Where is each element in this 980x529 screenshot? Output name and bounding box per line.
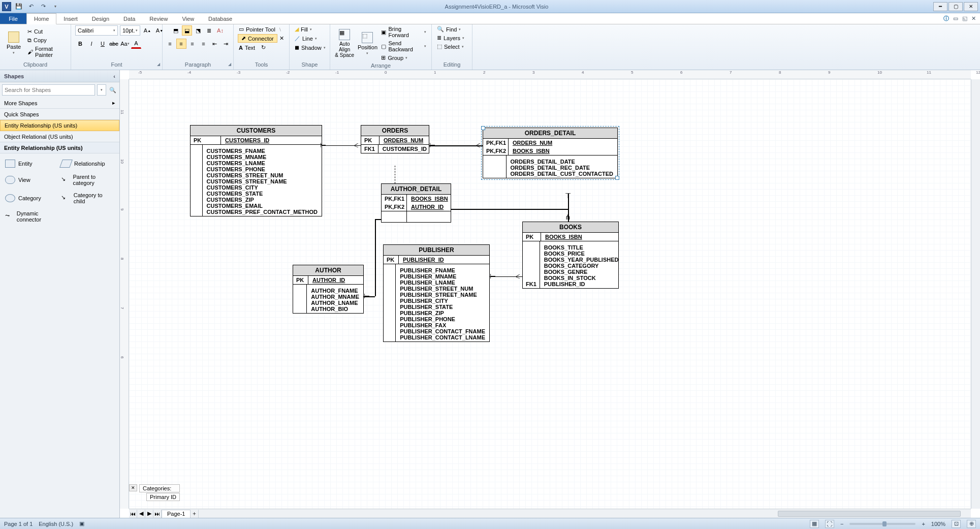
position-button[interactable]: ⬚Position▾	[358, 32, 377, 55]
page-last-button[interactable]: ⏭	[153, 510, 162, 518]
justify-icon[interactable]: ≡	[199, 39, 209, 49]
align-right-icon[interactable]: ≡	[187, 39, 198, 49]
entity-publisher[interactable]: PUBLISHER PKPUBLISHER_ID PUBLISHER_FNAME…	[383, 244, 490, 342]
autoalign-button[interactable]: ▦Auto Align & Space	[334, 29, 355, 58]
rotate-icon[interactable]: ↻	[261, 44, 266, 51]
shapes-search-input[interactable]	[2, 84, 95, 96]
pan-zoom-icon[interactable]: ⊕	[967, 520, 976, 528]
align-left-icon[interactable]: ≡	[165, 39, 175, 49]
fill-button[interactable]: ◢Fill▾	[294, 25, 313, 33]
page-next-button[interactable]: ▶	[145, 510, 153, 518]
entity-author-detail[interactable]: AUTHOR_DETAIL PK,FK1BOOKS_ISBN PK,FK2AUT…	[381, 183, 451, 223]
redo-icon[interactable]: ↷	[39, 2, 48, 11]
page-prev-button[interactable]: ◀	[137, 510, 145, 518]
cut-button[interactable]: ✂Cut	[26, 28, 67, 36]
tab-home[interactable]: Home	[26, 13, 56, 24]
shapes-search-dropdown[interactable]: ▾	[97, 84, 106, 96]
tab-database[interactable]: Database	[201, 13, 239, 24]
align-center-icon[interactable]: ≡	[176, 39, 186, 49]
paragraph-dialog-icon[interactable]: ◢	[228, 62, 231, 67]
line-button[interactable]: ／Line▾	[294, 34, 318, 43]
layers-button[interactable]: ≣Layers▾	[436, 34, 465, 42]
font-color-icon[interactable]: A	[131, 39, 141, 49]
align-bottom-icon[interactable]: ⬔	[193, 25, 203, 36]
increase-indent-icon[interactable]: ⇥	[221, 39, 231, 49]
shapes-collapse-icon[interactable]: ‹	[113, 73, 115, 79]
stencil-object-relational[interactable]: Object Relational (US units)	[0, 131, 119, 142]
case-icon[interactable]: Aa▾	[120, 39, 130, 49]
connector-close-icon[interactable]: ✕	[279, 35, 284, 42]
rel-orders-authordetail[interactable]	[395, 166, 395, 183]
stencil-entity-relationship[interactable]: Entity Relationship (US units)	[0, 120, 119, 131]
zoom-out-button[interactable]: −	[840, 521, 843, 527]
shape-dynamic-connector[interactable]: ⤳Dynamic connector	[3, 207, 59, 226]
ribbon-restore-icon[interactable]: ◱	[962, 15, 967, 22]
shape-category-child[interactable]: ↘Category to child	[59, 189, 115, 207]
font-dialog-icon[interactable]: ◢	[157, 62, 160, 67]
save-icon[interactable]: 💾	[14, 2, 23, 11]
tab-review[interactable]: Review	[142, 13, 175, 24]
minimize-button[interactable]: ━	[933, 2, 947, 11]
fit-window-icon[interactable]: ⊡	[952, 520, 961, 528]
tab-view[interactable]: View	[175, 13, 201, 24]
horizontal-scroll-thumb[interactable]	[778, 511, 961, 517]
shape-category[interactable]: Category	[3, 189, 59, 207]
rel-authordetail-books[interactable]	[451, 209, 568, 210]
entity-author[interactable]: AUTHOR PKAUTHOR_ID AUTHOR_FNAME AUTHOR_M…	[293, 265, 364, 314]
maximize-button[interactable]: ▢	[949, 2, 963, 11]
shape-relationship[interactable]: Relationship	[59, 157, 115, 171]
pointer-tool-button[interactable]: ▭Pointer Tool⧹	[238, 25, 282, 33]
shape-parent-category[interactable]: ↘Parent to category	[59, 171, 115, 189]
bullets-icon[interactable]: ≣	[204, 25, 214, 36]
ribbon-close-icon[interactable]: ✕	[971, 15, 976, 22]
view-fullscreen-icon[interactable]: ⛶	[825, 520, 834, 528]
tab-design[interactable]: Design	[85, 13, 116, 24]
close-button[interactable]: ✕	[964, 2, 978, 11]
view-normal-icon[interactable]: ▦	[810, 520, 819, 528]
group-button[interactable]: ⊞Group▾	[380, 54, 427, 61]
entity-orders[interactable]: ORDERS PKORDERS_NUM FK1CUSTOMERS_ID	[361, 125, 429, 153]
font-size-combo[interactable]: 10pt.▾	[120, 25, 140, 36]
vertical-scrollbar[interactable]	[971, 79, 980, 509]
shape-view[interactable]: View	[3, 171, 59, 189]
copy-button[interactable]: ⧉Copy	[26, 37, 67, 44]
file-tab[interactable]: File	[0, 13, 26, 24]
align-middle-icon[interactable]: ⬓	[182, 25, 192, 36]
align-top-icon[interactable]: ⬒	[171, 25, 181, 36]
qat-menu-icon[interactable]: ▼	[51, 2, 60, 11]
shapes-search-go-icon[interactable]: 🔍	[108, 84, 117, 96]
format-painter-button[interactable]: 🖌Format Painter	[26, 45, 67, 58]
connector-tool-button[interactable]: ⬈Connector	[238, 34, 277, 43]
tab-insert[interactable]: Insert	[56, 13, 85, 24]
macro-record-icon[interactable]: ▣	[79, 520, 84, 527]
zoom-in-button[interactable]: +	[922, 521, 925, 527]
paste-button[interactable]: Paste ▾	[4, 32, 23, 55]
more-shapes-row[interactable]: More Shapes▸	[0, 98, 119, 109]
decrease-indent-icon[interactable]: ⇤	[210, 39, 220, 49]
drawing-canvas[interactable]: CUSTOMERS PKCUSTOMERS_ID CUSTOMERS_FNAME…	[129, 79, 971, 509]
shadow-button[interactable]: ◼Shadow▾	[294, 44, 327, 51]
page-tab-1[interactable]: Page-1	[162, 510, 191, 518]
italic-icon[interactable]: I	[86, 39, 97, 49]
text-direction-icon[interactable]: A↕	[215, 25, 226, 36]
page-add-button[interactable]: ＋	[191, 510, 199, 518]
find-button[interactable]: 🔍Find▾	[436, 25, 462, 33]
ribbon-help-icon[interactable]: ⓘ	[943, 15, 949, 22]
bold-icon[interactable]: B	[75, 39, 85, 49]
quick-shapes-row[interactable]: Quick Shapes	[0, 109, 119, 120]
page-first-button[interactable]: ⏮	[129, 510, 137, 518]
text-tool-button[interactable]: AText↻	[238, 44, 267, 51]
font-family-combo[interactable]: Calibri▾	[75, 25, 118, 36]
undo-icon[interactable]: ↶	[26, 2, 36, 11]
send-backward-button[interactable]: ▢Send Backward▾	[380, 40, 427, 53]
ribbon-minimize-icon[interactable]: ▭	[953, 15, 958, 22]
underline-icon[interactable]: U	[98, 39, 108, 49]
bring-forward-button[interactable]: ▣Bring Forward▾	[380, 25, 427, 39]
select-button[interactable]: ⬚Select▾	[436, 43, 465, 50]
tab-data[interactable]: Data	[116, 13, 142, 24]
entity-books[interactable]: BOOKS PKBOOKS_ISBN FK1 BOOKS_TITLE BOOKS…	[522, 222, 619, 289]
strike-icon[interactable]: abc	[109, 39, 119, 49]
entity-customers[interactable]: CUSTOMERS PKCUSTOMERS_ID CUSTOMERS_FNAME…	[190, 125, 322, 216]
entity-orders-detail[interactable]: ORDERS_DETAIL PK,FK1ORDERS_NUM PK,FK2BOO…	[483, 128, 618, 178]
zoom-slider[interactable]	[849, 523, 915, 525]
